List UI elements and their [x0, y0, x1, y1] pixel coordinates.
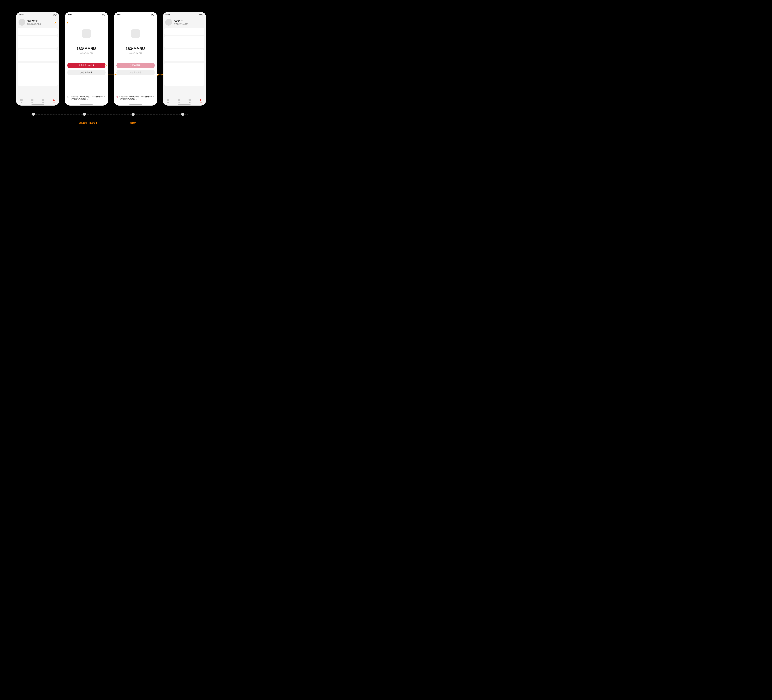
user-icon	[200, 99, 202, 101]
timeline-dot	[83, 113, 86, 116]
timeline-dot	[32, 113, 35, 116]
home-indicator[interactable]	[80, 104, 93, 105]
agreement-text: 已阅读并同意 《XXXX用户协议》 《XXXX隐私协议》 和 《华为账号用户认证…	[70, 96, 105, 100]
status-bar: 08:08 100	[65, 12, 108, 16]
placeholder-card[interactable]	[164, 28, 204, 35]
privacy-agreement-link[interactable]: 《XXXX隐私协议》	[91, 96, 103, 98]
tab-item[interactable]: Tab	[20, 99, 23, 103]
button-label: 其他方式登录	[129, 71, 142, 74]
svg-point-0	[54, 99, 54, 100]
tab-icon	[188, 99, 191, 101]
status-bar: 08:08 100	[114, 12, 157, 16]
caption-one-tap: 【华为账号一键登录】	[77, 122, 98, 125]
spinner-icon	[129, 65, 131, 67]
tab-item[interactable]: Tab	[42, 99, 44, 103]
tab-icon	[167, 99, 169, 101]
profile-header[interactable]: 登录 / 注册 登录后享受更多服务	[16, 16, 59, 27]
button-label: 其他方式登录	[80, 71, 93, 74]
placeholder-card[interactable]	[164, 63, 204, 86]
agreement-text: 已阅读并同意 《XXXX用户协议》 《XXXX隐私协议》 和 《华为账号用户认证…	[119, 96, 154, 100]
placeholder-card[interactable]	[164, 49, 204, 61]
home-indicator[interactable]	[178, 104, 191, 105]
user-agreement-link[interactable]: 《XXXX用户协议》	[79, 96, 91, 98]
card-list	[16, 28, 59, 86]
flow-marker	[54, 21, 56, 23]
status-bar: 08:08 100	[163, 12, 206, 16]
tab-item[interactable]: Tab	[188, 99, 191, 103]
home-indicator[interactable]	[129, 104, 142, 105]
user-agreement-link[interactable]: 《XXXX用户协议》	[128, 96, 140, 98]
placeholder-card[interactable]	[18, 63, 58, 86]
placeholder-card[interactable]	[18, 28, 58, 35]
tab-item[interactable]: Tab	[31, 99, 33, 103]
battery-icon: 100	[200, 13, 203, 16]
timeline-dot	[181, 113, 184, 116]
agreement-row: 已阅读并同意 《XXXX用户协议》 《XXXX隐私协议》 和 《华为账号用户认证…	[116, 96, 155, 100]
tab-icon	[31, 99, 33, 101]
login-register-link[interactable]: 登录 / 注册	[27, 20, 41, 22]
caption-loading: 加载态	[130, 122, 136, 125]
app-icon	[82, 29, 91, 38]
status-time: 08:08	[68, 13, 72, 16]
profile-subtitle: 登录后享受更多服务	[27, 23, 41, 25]
other-login-button: 其他方式登录	[116, 70, 155, 75]
huawei-auth-agreement-link[interactable]: 《华为账号用户认证协议》	[70, 98, 87, 100]
card-list	[163, 28, 206, 86]
masked-phone-number: 183******58	[114, 47, 157, 51]
agreement-row: 已阅读并同意 《XXXX用户协议》 《XXXX隐私协议》 和 《华为账号用户认证…	[67, 96, 106, 100]
placeholder-card[interactable]	[164, 36, 204, 48]
tab-item-me[interactable]: Tab	[200, 99, 202, 103]
screen-login-loading: 08:08 100 183******58 华为账号绑定号码 正在登录… 其他方…	[114, 12, 157, 106]
tab-icon	[20, 99, 23, 101]
placeholder-card[interactable]	[18, 49, 58, 61]
placeholder-card[interactable]	[18, 36, 58, 48]
tab-icon	[42, 99, 44, 101]
avatar	[18, 19, 25, 26]
privacy-agreement-link[interactable]: 《XXXX隐私协议》	[141, 96, 152, 98]
status-time: 08:08	[117, 13, 121, 16]
user-icon	[52, 99, 55, 101]
login-loading-button: 正在登录…	[116, 63, 155, 68]
status-time: 08:08	[19, 13, 24, 16]
status-time: 08:08	[165, 13, 170, 16]
battery-icon: 100	[53, 13, 57, 16]
profile-header[interactable]: XXX用户 尊敬的用户，上午好	[163, 16, 206, 27]
flow-marker	[157, 74, 159, 76]
timeline-dot	[132, 113, 135, 116]
svg-point-1	[200, 99, 201, 100]
timeline	[31, 114, 188, 114]
screen-logged-in-profile: 08:08 100 XXX用户 尊敬的用户，上午好 Tab Tab Tab Ta…	[163, 12, 206, 106]
battery-icon: 100	[151, 13, 154, 16]
tab-bar: Tab Tab Tab Tab	[16, 98, 59, 104]
status-bar: 08:08 100	[16, 12, 59, 16]
phone-subtitle: 华为账号绑定号码	[114, 52, 157, 54]
agreement-checkbox[interactable]	[67, 96, 69, 98]
greeting: 尊敬的用户，上午好	[174, 23, 188, 25]
tab-bar: Tab Tab Tab Tab	[163, 98, 206, 104]
battery-icon: 100	[101, 13, 105, 16]
phone-subtitle: 华为账号绑定号码	[65, 52, 108, 54]
tab-item[interactable]: Tab	[167, 99, 169, 103]
tab-icon	[178, 99, 180, 101]
app-icon	[131, 29, 140, 38]
one-tap-login-button[interactable]: 华为账号一键登录	[67, 63, 106, 68]
button-label: 正在登录…	[132, 64, 142, 67]
screen-logged-out-profile: 08:08 100 登录 / 注册 登录后享受更多服务 Tab Tab Tab	[16, 12, 59, 106]
home-indicator[interactable]	[31, 104, 44, 105]
flow-marker	[105, 65, 106, 66]
tab-item-me[interactable]: Tab	[52, 99, 55, 103]
username: XXX用户	[174, 20, 188, 22]
masked-phone-number: 183******58	[65, 47, 108, 51]
tab-item[interactable]: Tab	[178, 99, 180, 103]
huawei-auth-agreement-link[interactable]: 《华为账号用户认证协议》	[119, 98, 136, 100]
agreement-checkbox[interactable]	[116, 96, 118, 98]
button-label: 华为账号一键登录	[79, 64, 95, 67]
other-login-button[interactable]: 其他方式登录	[67, 70, 106, 75]
avatar	[165, 19, 172, 26]
screen-one-tap-login: 08:08 100 183******58 华为账号绑定号码 华为账号一键登录 …	[65, 12, 108, 106]
